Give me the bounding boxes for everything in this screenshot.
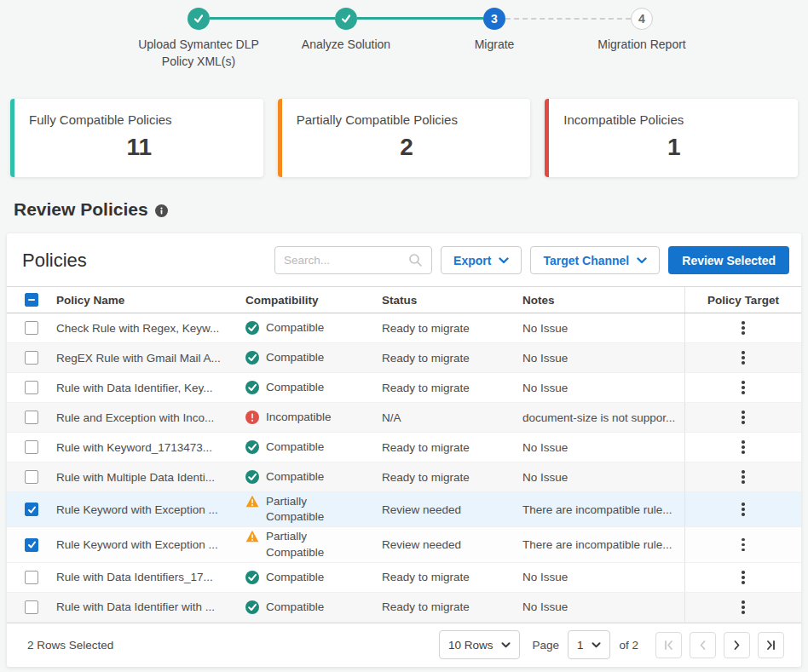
policy-name-cell: Rule Keyword with Exception ... [56, 538, 245, 551]
row-checkbox[interactable] [25, 470, 38, 484]
policies-toolbar: Policies Export Target Channel Review Se… [7, 233, 801, 286]
pagination-controls [655, 632, 784, 658]
compatible-check-icon [245, 351, 259, 365]
warning-triangle-icon [245, 530, 259, 543]
chevron-down-icon [501, 642, 511, 648]
check-icon [193, 13, 205, 25]
step-3-circle[interactable]: 3 [483, 8, 505, 30]
kebab-menu-icon[interactable] [738, 597, 748, 617]
search-input[interactable] [284, 254, 408, 267]
kebab-menu-icon[interactable] [738, 407, 748, 428]
column-header-policy-target[interactable]: Policy Target [684, 287, 801, 313]
check-icon [27, 505, 37, 514]
compatibility-cell: Partially Compatible [245, 492, 382, 526]
table-row[interactable]: Rule with Data Identifiers_17... Compati… [7, 563, 801, 593]
export-button[interactable]: Export [441, 246, 522, 274]
kebab-menu-icon[interactable] [738, 535, 748, 555]
compatibility-cell: Compatible [245, 438, 382, 457]
rows-per-page-select[interactable]: 10 Rows [439, 630, 521, 659]
select-all-checkbox[interactable] [25, 293, 38, 307]
compatibility-label: Compatible [266, 350, 324, 365]
notes-cell: There are incompatible rule... [522, 538, 684, 551]
step-2-label: Analyze Solution [274, 36, 418, 53]
row-checkbox[interactable] [25, 411, 38, 424]
red-accent-bar [545, 99, 549, 177]
kebab-menu-icon[interactable] [738, 467, 748, 487]
kebab-menu-icon[interactable] [738, 437, 748, 457]
row-checkbox[interactable] [25, 600, 38, 614]
chevron-down-icon [637, 257, 647, 264]
card-value: 2 [297, 134, 517, 161]
notes-cell: No Issue [522, 382, 684, 394]
card-value: 1 [563, 134, 784, 161]
first-page-button[interactable] [655, 632, 682, 658]
table-row[interactable]: RegEX Rule with Gmail Mail A... Compatib… [7, 343, 801, 373]
page-select[interactable]: 1 [568, 630, 611, 659]
status-cell: Ready to migrate [382, 600, 522, 613]
step-2-circle[interactable] [335, 8, 357, 30]
rows-per-page-value: 10 Rows [448, 639, 493, 652]
row-checkbox[interactable] [25, 538, 38, 552]
summary-card-partially-compatible: Partially Compatible Policies 2 [278, 99, 531, 177]
step-4-number: 4 [638, 12, 645, 26]
column-header-compatibility[interactable]: Compatibility [245, 294, 382, 307]
stepper-connector-3 [505, 18, 631, 20]
table-row[interactable]: Rule with Multiple Data Identi... Compat… [7, 462, 801, 492]
page-label: Page [532, 639, 559, 652]
table-row[interactable]: Rule with Keyword_1713473... Compatible … [7, 433, 801, 462]
kebab-menu-icon[interactable] [738, 318, 748, 338]
info-icon[interactable] [155, 204, 168, 217]
search-box [274, 246, 432, 274]
table-row[interactable]: Rule and Exception with Inco... Incompat… [7, 403, 801, 433]
check-icon [340, 13, 352, 25]
kebab-menu-icon[interactable] [738, 377, 748, 398]
step-4-circle[interactable]: 4 [631, 8, 653, 30]
row-checkbox[interactable] [25, 351, 38, 365]
compatibility-cell: Compatible [245, 468, 382, 486]
table-row[interactable]: Check Rule with Regex, Keyw... Compatibl… [7, 313, 801, 343]
previous-page-button[interactable] [690, 632, 716, 658]
compatibility-cell: Compatible [245, 319, 382, 337]
policy-name-cell: Rule with Data Identifier with ... [56, 600, 245, 613]
row-checkbox[interactable] [25, 321, 38, 335]
table-row[interactable]: Rule with Data Identifier, Key... Compat… [7, 373, 801, 403]
summary-cards: Fully Compatible Policies 11 Partially C… [0, 99, 808, 177]
target-channel-button[interactable]: Target Channel [530, 246, 660, 274]
kebab-menu-icon[interactable] [738, 567, 748, 588]
last-page-button[interactable] [758, 632, 784, 658]
orange-accent-bar [278, 99, 282, 177]
kebab-menu-icon[interactable] [738, 499, 748, 520]
table-header: Policy Name Compatibility Status Notes P… [7, 286, 801, 313]
compatible-check-icon [245, 571, 259, 584]
table-row[interactable]: Rule Keyword with Exception ... Partiall… [7, 492, 801, 527]
status-cell: Ready to migrate [382, 322, 522, 335]
kebab-menu-icon[interactable] [738, 347, 748, 368]
column-header-policy-name[interactable]: Policy Name [56, 294, 245, 307]
row-checkbox[interactable] [25, 381, 38, 394]
compatibility-label: Compatible [266, 570, 324, 585]
column-header-notes[interactable]: Notes [522, 294, 684, 307]
card-title: Incompatible Policies [563, 112, 784, 127]
status-cell: Ready to migrate [382, 471, 522, 484]
row-checkbox[interactable] [25, 571, 38, 584]
target-channel-label: Target Channel [543, 254, 629, 267]
last-page-icon [765, 639, 777, 652]
column-header-status[interactable]: Status [382, 294, 522, 307]
step-1-circle[interactable] [188, 8, 210, 30]
step-3-number: 3 [491, 12, 498, 26]
review-selected-button[interactable]: Review Selected [668, 246, 789, 274]
row-checkbox[interactable] [25, 440, 38, 454]
table-row[interactable]: Rule with Data Identifier with ... Compa… [7, 593, 801, 623]
next-page-button[interactable] [724, 632, 750, 658]
section-heading: Review Policies [0, 199, 808, 220]
status-cell: N/A [382, 411, 522, 424]
row-checkbox[interactable] [25, 503, 38, 516]
table-row[interactable]: Rule Keyword with Exception ... Partiall… [7, 527, 801, 562]
stepper-connector-1 [210, 17, 335, 20]
notes-cell: document-size is not suppor... [522, 411, 684, 424]
policy-name-cell: Rule and Exception with Inco... [56, 411, 245, 424]
warning-triangle-icon [245, 495, 259, 508]
notes-cell: No Issue [522, 441, 684, 454]
search-icon [408, 253, 423, 267]
card-title: Fully Compatible Policies [29, 112, 250, 127]
